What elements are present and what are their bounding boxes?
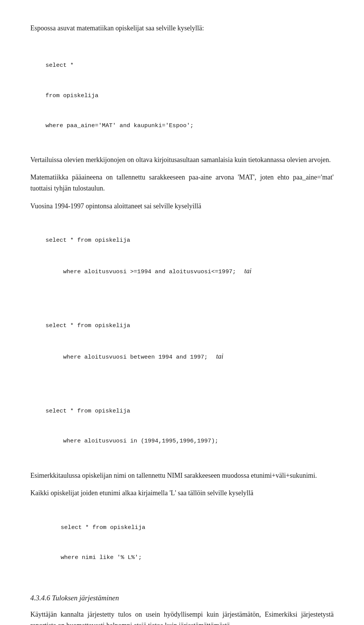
code-line: select * bbox=[46, 60, 334, 70]
code-line: select * from opiskelija bbox=[46, 235, 334, 245]
code-line: where aloitusvuosi >=1994 and aloitusvuo… bbox=[46, 267, 236, 277]
code-block-1: select * from opiskelija where paa_aine=… bbox=[46, 41, 334, 151]
code-block-2b: select * from opiskelija where aloitusvu… bbox=[46, 301, 334, 383]
code-line: where aloitusvuosi between 1994 and 1997… bbox=[46, 352, 208, 362]
paragraph-6-text: Kaikki opiskelijat joiden etunimi alkaa … bbox=[30, 489, 253, 497]
tai-label-1: tai bbox=[244, 265, 251, 277]
code-block-3: select * from opiskelija where nimi like… bbox=[61, 502, 334, 582]
code-block-2b-wrapper: select * from opiskelija where aloitusvu… bbox=[30, 301, 334, 383]
code-line: select * from opiskelija bbox=[61, 523, 334, 532]
code-line: select * from opiskelija bbox=[46, 321, 334, 331]
paragraph-4-intro: Vuosina 1994-1997 opintonsa aloittaneet … bbox=[30, 201, 334, 212]
code-line-tai-row-2: where aloitusvuosi between 1994 and 1997… bbox=[46, 351, 334, 362]
code-line: where paa_aine='MAT' and kaupunki='Espoo… bbox=[46, 121, 334, 131]
code-block-2a: select * from opiskelija where aloitusvu… bbox=[46, 216, 334, 297]
paragraph-4-intro-text: Vuosina 1994-1997 opintonsa aloittaneet … bbox=[30, 202, 201, 210]
code-line: where nimi like '% L%'; bbox=[61, 553, 334, 562]
paragraph-3: Matematiikka pääaineena on tallennettu s… bbox=[30, 172, 334, 194]
code-line: where aloitusvuosi in (1994,1995,1996,19… bbox=[46, 436, 334, 446]
code-block-2c: select * from opiskelija where aloitusvu… bbox=[46, 386, 334, 466]
paragraph-3-text: Matematiikka pääaineena on tallennettu s… bbox=[30, 173, 334, 192]
code-line: from opiskelija bbox=[46, 91, 334, 101]
intro-text: Espoossa asuvat matematiikan opiskelijat… bbox=[30, 24, 204, 32]
page: Espoossa asuvat matematiikan opiskelijat… bbox=[0, 0, 364, 625]
code-line-tai-row: where aloitusvuosi >=1994 and aloitusvuo… bbox=[46, 265, 334, 277]
paragraph-6: Kaikki opiskelijat joiden etunimi alkaa … bbox=[30, 488, 334, 499]
section-number: 4.3.4.6 bbox=[30, 594, 50, 602]
paragraph-2: Vertailuissa olevien merkkijonojen on ol… bbox=[30, 154, 334, 165]
tai-label-2: tai bbox=[216, 351, 223, 362]
paragraph-5: Esimerkkitaulussa opiskelijan nimi on ta… bbox=[30, 470, 334, 481]
paragraph-7-text: Käyttäjän kannalta järjestetty tulos on … bbox=[30, 611, 334, 625]
paragraph-2-text: Vertailuissa olevien merkkijonojen on ol… bbox=[30, 156, 331, 164]
code-line: select * from opiskelija bbox=[46, 406, 334, 416]
paragraph-7: Käyttäjän kannalta järjestetty tulos on … bbox=[30, 609, 334, 625]
section-header: 4.3.4.6 Tuloksen järjestäminen bbox=[30, 594, 334, 602]
section-title: Tuloksen järjestäminen bbox=[52, 594, 119, 602]
paragraph-5-text: Esimerkkitaulussa opiskelijan nimi on ta… bbox=[30, 472, 317, 479]
intro-paragraph: Espoossa asuvat matematiikan opiskelijat… bbox=[30, 23, 334, 34]
code-block-2a-wrapper: select * from opiskelija where aloitusvu… bbox=[30, 216, 334, 297]
